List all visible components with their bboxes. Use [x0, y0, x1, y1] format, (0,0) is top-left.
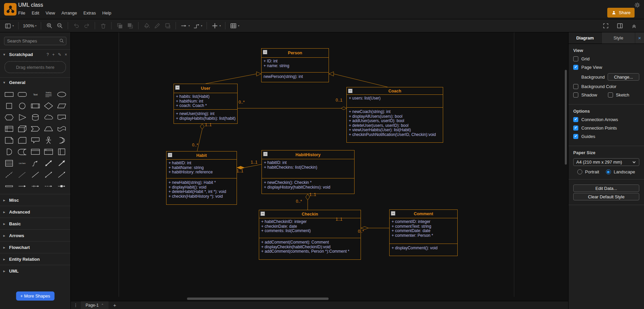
section-advanced[interactable]: ▸Advanced — [0, 206, 70, 218]
toolbar-insert-icon[interactable]: ▾ — [210, 21, 222, 30]
section-uml[interactable]: ▸UML — [0, 265, 70, 277]
shape-arrow-edge[interactable] — [29, 180, 42, 192]
shape-ellipse[interactable] — [55, 89, 68, 100]
section-arrows[interactable]: ▸Arrows — [0, 229, 70, 241]
share-button[interactable]: Share — [607, 8, 635, 18]
vertical-scrollbar[interactable] — [565, 70, 567, 165]
sketch-checkbox-row[interactable]: Sketch — [608, 92, 640, 97]
shape-list[interactable] — [2, 158, 16, 169]
uml-class-person[interactable]: −Person+ ID: int+ name: stringnewPerson(… — [261, 48, 329, 82]
menu-file[interactable]: File — [18, 10, 25, 16]
shape-square[interactable] — [2, 100, 16, 112]
shape-trapezoid[interactable] — [42, 123, 55, 135]
uml-class-habithistory[interactable]: −HabitHistory+ habitID: int+ habitChecki… — [262, 150, 355, 194]
connection-arrows-checkbox[interactable] — [573, 117, 578, 122]
close-panel-icon[interactable]: × — [635, 32, 644, 44]
shape-arrow[interactable] — [55, 158, 68, 169]
menu-help[interactable]: Help — [102, 10, 111, 16]
theme-toggle-sun-icon[interactable] — [634, 2, 641, 8]
edge-user-extends-person[interactable] — [206, 74, 256, 84]
shape-note[interactable] — [2, 135, 16, 146]
shape-tape[interactable] — [55, 123, 68, 135]
pages-menu-icon[interactable]: ⋮ — [71, 303, 81, 308]
connection-arrows-row[interactable]: Connection Arrows — [573, 117, 639, 122]
uml-class-habit[interactable]: −Habit+ habitID: int+ habitName: string+… — [166, 151, 237, 205]
background-color-checkbox-row[interactable]: Background Color — [573, 84, 639, 89]
shape-or[interactable] — [55, 135, 68, 146]
shape-rounded-rectangle[interactable] — [16, 89, 29, 100]
change-background-button[interactable]: Change... — [608, 73, 639, 81]
uml-class-user[interactable]: −User+ habits: list(Habit)+ habitNum: in… — [174, 84, 238, 124]
shape-line[interactable] — [29, 169, 42, 180]
menu-arrange[interactable]: Arrange — [61, 10, 77, 16]
page-view-checkbox-row[interactable]: Page View — [573, 65, 639, 70]
shadow-checkbox[interactable] — [573, 92, 578, 97]
shape-list-item[interactable]: List Item — [16, 158, 29, 169]
section-entity-relation[interactable]: ▸Entity Relation — [0, 253, 70, 265]
toolbar-zoom-out-icon[interactable] — [55, 21, 64, 30]
shape-rectangle[interactable] — [2, 89, 16, 100]
shape-circle[interactable] — [16, 100, 29, 112]
shape-curve[interactable] — [29, 158, 42, 169]
shape-card[interactable] — [16, 135, 29, 146]
scratchpad-dropzone[interactable]: Drag elements here — [4, 61, 66, 73]
toolbar-connection-icon[interactable]: ▾ — [179, 21, 191, 30]
shape-dashed-line[interactable] — [2, 169, 16, 180]
shape-vertical-container[interactable] — [55, 146, 68, 158]
collapse-icon[interactable]: − — [263, 50, 267, 54]
shadow-checkbox-row[interactable]: Shadow — [573, 92, 605, 97]
shape-triangle[interactable] — [16, 112, 29, 123]
guides-checkbox[interactable] — [573, 134, 578, 139]
collapse-icon[interactable]: − — [391, 211, 395, 216]
uml-class-coach[interactable]: −Coach+ users: list(User)+ newCoach(stri… — [346, 87, 443, 143]
collapse-icon[interactable]: − — [348, 89, 352, 93]
tab-diagram[interactable]: Diagram — [569, 32, 602, 44]
shape-step[interactable] — [29, 123, 42, 135]
edge-habit-habithistory[interactable] — [244, 164, 262, 168]
tab-style[interactable]: Style — [602, 32, 635, 44]
shape-dotted-line[interactable] — [16, 169, 29, 180]
shape-directional-connector[interactable] — [55, 169, 68, 180]
shape-internal-storage[interactable] — [2, 123, 16, 135]
shape-diamond[interactable] — [42, 100, 55, 112]
shape-bidirectional-arrow[interactable] — [42, 158, 55, 169]
shape-actor[interactable] — [42, 135, 55, 146]
app-logo-icon[interactable] — [4, 3, 17, 16]
uml-class-checkin[interactable]: −Checkin+ habitCheckinID: integer+ check… — [259, 210, 361, 260]
shape-link[interactable] — [2, 180, 16, 192]
shape-directional-edge[interactable] — [16, 180, 29, 192]
toolbar-zoom-in-icon[interactable] — [44, 21, 54, 30]
menu-edit[interactable]: Edit — [32, 10, 39, 16]
add-page-button[interactable]: + — [109, 302, 121, 308]
connection-points-row[interactable]: Connection Points — [573, 125, 639, 131]
collapse-icon[interactable]: − — [263, 152, 268, 156]
menu-view[interactable]: View — [45, 10, 55, 16]
page-view-checkbox[interactable] — [573, 65, 578, 70]
shape-labeled-edge[interactable] — [55, 180, 68, 192]
portrait-radio[interactable] — [577, 169, 582, 174]
clear-default-style-button[interactable]: Clear Default Style — [573, 193, 639, 200]
scratchpad-add-icon[interactable]: + — [52, 52, 55, 57]
general-section-header[interactable]: ▾ General — [0, 77, 70, 87]
shape-process[interactable] — [29, 100, 42, 112]
shape-document[interactable] — [55, 112, 68, 123]
page-tab[interactable]: Page-1 ⌃ — [81, 301, 109, 309]
shape-and[interactable] — [2, 146, 16, 158]
collapse-icon[interactable]: − — [260, 212, 265, 216]
scratchpad-header[interactable]: ▾ Scratchpad ?+✎× — [0, 49, 70, 59]
shape-hexagon[interactable] — [2, 112, 16, 123]
toolbar-format-panel-icon[interactable] — [615, 21, 624, 30]
diagram-canvas[interactable]: −Person+ ID: int+ name: stringnewPerson(… — [71, 32, 568, 301]
scratchpad-help-icon[interactable]: ? — [47, 52, 49, 57]
search-shapes-input[interactable] — [4, 37, 66, 45]
shape-text[interactable]: Text — [29, 89, 42, 100]
scratchpad-close-icon[interactable]: × — [65, 52, 67, 57]
shape-container[interactable] — [29, 146, 42, 158]
grid-checkbox[interactable] — [573, 56, 578, 61]
background-color-checkbox[interactable] — [573, 84, 578, 89]
horizontal-scrollbar[interactable] — [187, 298, 329, 300]
connection-points-checkbox[interactable] — [573, 125, 578, 131]
edge-coach-extends-person[interactable] — [334, 74, 388, 87]
shape-data-storage[interactable] — [16, 146, 29, 158]
toolbar-fullscreen-icon[interactable] — [601, 21, 610, 30]
